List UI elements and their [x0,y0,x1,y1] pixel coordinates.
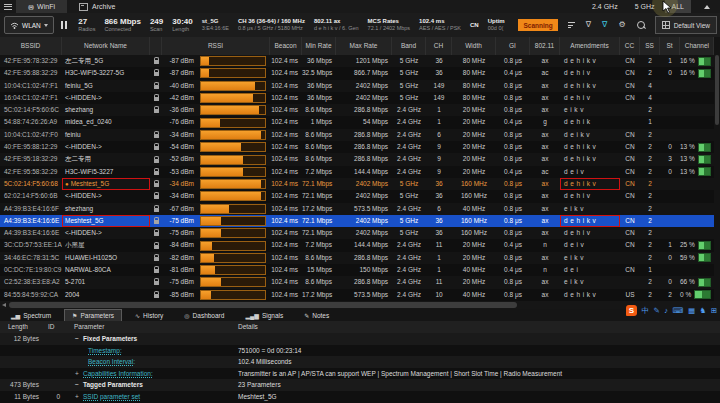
spatial-streams-cell: 2 [640,239,660,251]
network-row[interactable]: 10:04:C1:02:47:F0feiniu-34 dBm102.4 ms8.… [0,129,714,141]
lock-icon [154,146,159,150]
security-cell [150,80,162,92]
header-Max Rate[interactable]: Max Rate [336,37,392,55]
collapse-icon[interactable]: − [74,333,80,345]
settings-gear-icon[interactable]: ⚙ [618,21,625,29]
pause-scan-icon[interactable] [61,21,67,29]
header-Beacon[interactable]: Beacon [270,37,302,55]
param-length-cell [0,356,44,368]
security-cell [150,276,162,288]
keyboard-icon[interactable]: ⌨ [673,307,684,315]
param-length-cell [0,345,44,357]
network-row[interactable]: C2:52:38:E3:E8:A25-2701-75 dBm102.4 ms8.… [0,276,714,288]
chinese-mode-icon[interactable]: 中 [642,307,650,315]
network-row[interactable]: 42:FE:95:18:32:29左二专用-52 dBm102.4 ms8.6 … [0,153,714,165]
parameter-row[interactable]: 473 Bytes−Tagged Parameters23 Parameters [0,379,720,391]
network-row[interactable]: 10:04:C1:02:47:F1feiniu_5G-40 dBm102.4 m… [0,80,714,92]
hamburger-menu-icon[interactable] [0,0,16,13]
network-name-cell: <-HIDDEN-> [62,141,150,153]
stat-bottom: 0.8 μs / 5 GHz / 5180 MHz [238,25,305,31]
tab-archive[interactable]: Archive [67,0,127,13]
network-row[interactable]: 3C:CD:57:53:EE:1A小黑屋-84 dBm102.4 ms7.2 M… [0,239,714,251]
filter-list-icon[interactable] [568,22,575,28]
horizontal-scrollbar-thumb[interactable] [9,302,517,308]
parameter-row[interactable]: 11 Bytes0+SSID parameter setMeshtest_5G [0,391,720,403]
wlan-adapter-selector[interactable]: WLAN [4,16,54,34]
expand-icon[interactable]: + [74,368,80,380]
vertical-scrollbar-thumb[interactable] [715,55,719,125]
collapse-chevron-up-icon[interactable] [704,5,710,9]
parameter-row[interactable]: 12 Bytes−Fixed Parameters [0,333,720,345]
view-selector[interactable]: Default View [655,16,717,34]
header-lock[interactable] [150,37,162,55]
header-RSSI[interactable]: RSSI [162,37,270,55]
network-row[interactable]: 42:FE:95:88:32:29H3C-WiFi5-3227-5G-87 dB… [0,67,714,79]
network-row[interactable]: 62:02:14:F5:60:6B<-HIDDEN->-34 dBm102.4 … [0,190,714,202]
network-name-cell: <-HIDDEN-> [62,190,150,202]
handwriting-icon[interactable]: ✎ [654,307,660,315]
toolbox-icon[interactable]: ⊞ [711,307,717,315]
rssi-bar [200,290,266,300]
horizontal-scrollbar[interactable] [0,301,720,309]
expand-icon[interactable]: + [74,391,80,403]
stat-bottom: Scan [150,26,163,32]
header-SS[interactable]: SS [640,37,660,55]
header-Amendments[interactable]: Amendments [560,37,620,55]
network-name-cell: 5-2701 [62,276,150,288]
scroll-left-arrow-icon[interactable] [2,303,6,307]
channel-utilization-cell [680,178,714,190]
channel-percent: 0 % [680,289,691,301]
filter-funnel-icon[interactable]: ∇ [586,21,591,29]
network-row[interactable]: 42:FE:95:78:32:29左二专用_5G-87 dBm102.4 ms3… [0,55,714,67]
security-cell [150,104,162,116]
tab-winfi[interactable]: ((•)) WinFi [16,0,67,13]
network-row[interactable]: A4:39:B3:E4:16:6EMeshtest_5G-75 dBm102.4… [0,215,714,227]
guard-interval-cell: 0.8 μs [496,153,530,165]
network-row[interactable]: 42:FE:95:58:32:29H3C-WiFi5-3227-53 dBm10… [0,166,714,178]
network-row[interactable]: A4:39:B3:E4:16:6Fshezhang-67 dBm102.4 ms… [0,203,714,215]
header-CH[interactable]: CH [426,37,452,55]
band-filter-24ghz[interactable]: 2.4 GHz [585,0,625,13]
network-row[interactable]: 54:88:74:26:26:A9midea_ed_0240-76 dBm102… [0,116,714,128]
rssi-value-cell: -75 dBm [162,276,198,288]
collapse-icon[interactable]: − [74,379,80,391]
active-filter-icon[interactable]: ∇ [602,21,607,29]
clipboard-icon[interactable]: ▦ [688,307,695,315]
network-row[interactable]: 34:46:EC:78:31:5CHUAWEI-H1025O-82 dBm102… [0,252,714,264]
header-BSSID[interactable]: BSSID [0,37,62,55]
security-cell [150,215,162,227]
network-row[interactable]: 40:FE:95:88:12:29<-HIDDEN->-54 dBm102.4 … [0,141,714,153]
band-cell: 5 GHz [392,55,426,67]
header-Width[interactable]: Width [452,37,496,55]
country-code-cell: US [620,289,640,301]
parameter-row[interactable]: Beacon Interval:102.4 Milliseconds [0,356,720,368]
game-mode-icon[interactable]: ♞ [699,307,706,315]
network-row[interactable]: 0C:DC:7E:19:80:C9NARWAL-80CA-81 dBm102.4… [0,264,714,276]
network-row[interactable]: 16:04:C1:02:47:F1<-HIDDEN->-42 dBm102.4 … [0,92,714,104]
channel-utilization-bar [698,155,711,164]
sogou-logo-icon[interactable]: S [626,305,637,316]
scanning-status-button[interactable]: Scanning [518,19,557,31]
vertical-scrollbar[interactable] [714,37,720,301]
channel-utilization-cell: 13 % [680,166,714,178]
band-cell: 2.4 GHz [392,141,426,153]
rssi-value-cell: -87 dBm [162,55,198,67]
header-GI[interactable]: GI [496,37,530,55]
rssi-bar-cell [198,153,270,165]
guard-interval-cell: 0.8 μs [496,276,530,288]
header-Band[interactable]: Band [392,37,426,55]
header-802.11[interactable]: 802.11 [530,37,560,55]
network-row[interactable]: A4:39:B3:E4:16:6E<-HIDDEN->-75 dBm102.4 … [0,227,714,239]
header-CC[interactable]: CC [620,37,640,55]
voice-input-icon[interactable]: ♪ [664,307,668,315]
header-Network Name[interactable]: Network Name [62,37,150,55]
header-Channel[interactable]: Channel [680,37,714,55]
parameter-row[interactable]: Timestamp:751000 = 0d 00:23:14 [0,345,720,357]
search-icon[interactable] [637,21,645,29]
header-St[interactable]: St [660,37,680,55]
network-row[interactable]: 5C:02:14:F5:60:6Cshezhang-36 dBm102.4 ms… [0,104,714,116]
parameter-row[interactable]: +Capabilities Information:Transmitter is… [0,368,720,380]
network-row[interactable]: 84:55:84:59:92:CA2004-85 dBm102.4 ms17.2… [0,289,714,301]
header-Min Rate[interactable]: Min Rate [302,37,336,55]
network-row[interactable]: 5C:02:14:F5:60:68●Meshtest_5G-34 dBm102.… [0,178,714,190]
